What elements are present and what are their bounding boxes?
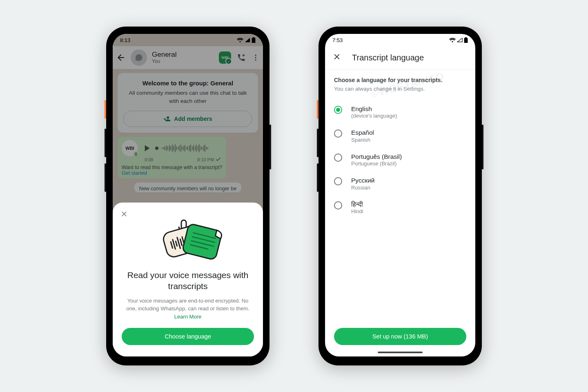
language-name: English <box>351 105 397 113</box>
transcript-illustration <box>153 212 223 263</box>
language-option[interactable]: English(device's language) <box>334 100 466 124</box>
close-button[interactable] <box>331 51 343 65</box>
language-option[interactable]: РусскийRussian <box>334 172 466 195</box>
status-bar: 7:53 <box>325 34 475 46</box>
radio-icon <box>334 177 342 185</box>
language-name: Русский <box>351 176 375 184</box>
phone-mock-left: 8:13 General You <box>106 27 270 365</box>
signal-icon <box>457 38 463 42</box>
close-icon <box>120 210 128 218</box>
wifi-icon <box>449 38 456 42</box>
close-sheet-button[interactable] <box>118 208 130 221</box>
language-option[interactable]: हिन्दीHindi <box>334 196 466 219</box>
language-option[interactable]: Português (Brasil)Portuguese (Brazil) <box>334 148 466 172</box>
language-name: Español <box>351 129 374 136</box>
language-option[interactable]: EspañolSpanish <box>334 124 466 147</box>
language-sub: Russian <box>351 185 375 191</box>
status-clock: 7:53 <box>332 37 343 43</box>
language-sub: Hindi <box>351 208 363 214</box>
home-indicator <box>378 352 423 353</box>
phone-mock-right: 7:53 Transcript language ©WBETAINFO Choo… <box>318 27 482 365</box>
page-header: Transcript language <box>325 46 475 69</box>
close-icon <box>332 52 341 61</box>
setup-now-button[interactable]: Set up now (136 MB) <box>334 328 466 345</box>
language-name: Português (Brasil) <box>351 153 402 160</box>
lead-text: Choose a language for your transcripts. <box>334 77 466 83</box>
radio-icon <box>334 201 342 209</box>
radio-checked-icon <box>334 106 342 114</box>
radio-icon <box>334 154 342 162</box>
language-sub: (device's language) <box>351 113 397 119</box>
radio-icon <box>334 129 342 138</box>
page-title: Transcript language <box>352 53 424 62</box>
sheet-title: Read your voice messages with transcript… <box>122 270 254 292</box>
sub-text: You can always change it in Settings. <box>334 86 466 92</box>
choose-language-button[interactable]: Choose language <box>122 328 254 345</box>
sheet-body: Your voice messages are end-to-end encry… <box>122 297 254 321</box>
battery-icon <box>464 37 468 43</box>
language-list: English(device's language)EspañolSpanish… <box>334 100 466 219</box>
transcript-intro-sheet: Read your voice messages with transcript… <box>113 203 263 356</box>
language-sub: Spanish <box>351 137 374 143</box>
language-sub: Portuguese (Brazil) <box>351 160 402 167</box>
language-name: हिन्दी <box>351 200 363 208</box>
learn-more-link[interactable]: Learn More <box>174 314 201 320</box>
